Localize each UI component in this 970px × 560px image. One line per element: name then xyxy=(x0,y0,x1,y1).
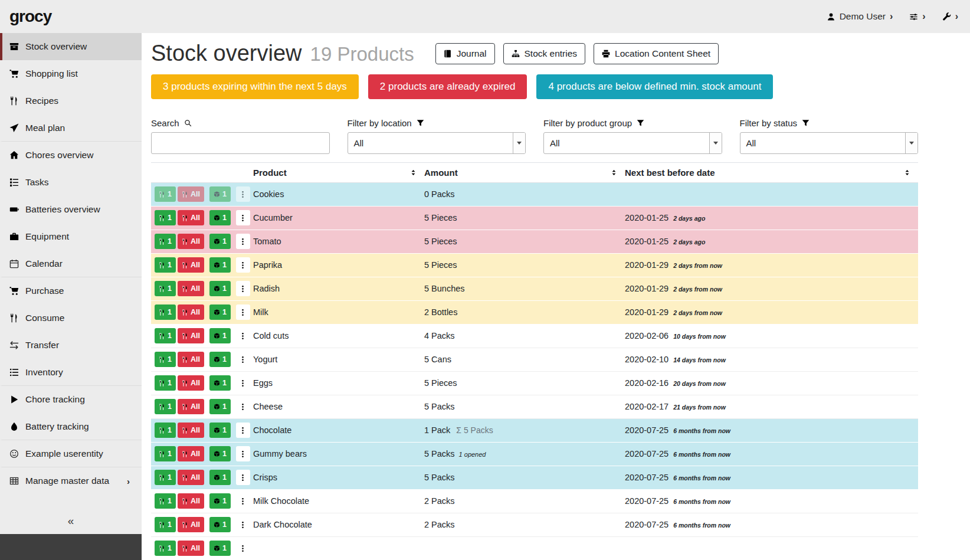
sidebar-item-recipes[interactable]: Recipes xyxy=(0,87,142,114)
consume-one-button[interactable]: 1 xyxy=(155,352,176,367)
journal-button[interactable]: Journal xyxy=(435,43,495,64)
open-one-button[interactable]: 1 xyxy=(209,541,231,556)
consume-all-button[interactable]: All xyxy=(178,328,204,343)
open-one-button[interactable]: 1 xyxy=(209,352,231,367)
row-menu-button[interactable] xyxy=(236,352,250,367)
open-one-button[interactable]: 1 xyxy=(209,446,231,461)
consume-one-button[interactable]: 1 xyxy=(155,517,176,532)
row-menu-button[interactable] xyxy=(236,210,250,225)
open-one-button[interactable]: 1 xyxy=(209,281,231,296)
open-one-button[interactable]: 1 xyxy=(209,234,231,249)
consume-one-button[interactable]: 1 xyxy=(155,399,176,414)
row-menu-button[interactable] xyxy=(236,517,250,532)
sidebar-item-chores-overview[interactable]: Chores overview xyxy=(0,142,142,169)
row-menu-button[interactable] xyxy=(236,399,250,414)
consume-one-button[interactable]: 1 xyxy=(155,304,176,320)
consume-all-button[interactable]: All xyxy=(178,257,204,273)
open-one-button[interactable]: 1 xyxy=(209,257,231,273)
consume-one-button[interactable]: 1 xyxy=(155,541,176,556)
row-menu-button[interactable] xyxy=(236,541,250,556)
consume-one-button[interactable]: 1 xyxy=(155,210,176,225)
consume-all-button[interactable]: All xyxy=(178,423,204,438)
banner-expired[interactable]: 2 products are already expired xyxy=(368,74,527,99)
row-menu-button[interactable] xyxy=(236,304,250,320)
sidebar-item-transfer[interactable]: Transfer xyxy=(0,332,142,359)
settings-menu-button[interactable]: › xyxy=(909,11,925,22)
open-one-button[interactable]: 1 xyxy=(209,470,231,485)
sidebar-item-stock-overview[interactable]: Stock overview xyxy=(0,33,142,60)
consume-one-button[interactable]: 1 xyxy=(155,423,176,438)
open-one-button[interactable]: 1 xyxy=(209,493,231,509)
amount-column-header[interactable]: Amount xyxy=(424,163,625,182)
row-menu-button[interactable] xyxy=(236,470,250,485)
consume-all-button[interactable]: All xyxy=(178,234,204,249)
open-one-button[interactable]: 1 xyxy=(209,375,231,391)
sidebar-item-consume[interactable]: Consume xyxy=(0,304,142,332)
sidebar-item-batteries-overview[interactable]: Batteries overview xyxy=(0,196,142,223)
consume-one-button[interactable]: 1 xyxy=(155,186,176,202)
consume-all-button[interactable]: All xyxy=(178,446,204,461)
sidebar-item-tasks[interactable]: Tasks xyxy=(0,169,142,196)
product-group-filter-select[interactable]: All xyxy=(543,132,722,154)
stock-entries-button[interactable]: Stock entries xyxy=(503,43,586,64)
consume-all-button[interactable]: All xyxy=(178,541,204,556)
banner-below-min-stock[interactable]: 4 products are below defined min. stock … xyxy=(536,74,773,99)
row-menu-button[interactable] xyxy=(236,375,250,391)
product-column-header[interactable]: Product xyxy=(253,163,424,182)
sidebar-item-manage-master-data[interactable]: Manage master data› xyxy=(0,467,142,494)
consume-all-button[interactable]: All xyxy=(178,399,204,414)
consume-one-button[interactable]: 1 xyxy=(155,493,176,509)
sidebar-item-equipment[interactable]: Equipment xyxy=(0,223,142,250)
sidebar-item-shopping-list[interactable]: Shopping list xyxy=(0,60,142,87)
sidebar-item-battery-tracking[interactable]: Battery tracking xyxy=(0,413,142,440)
search-input[interactable] xyxy=(151,132,330,154)
open-one-button[interactable]: 1 xyxy=(209,328,231,343)
admin-menu-button[interactable]: › xyxy=(942,11,958,22)
open-one-button[interactable]: 1 xyxy=(209,517,231,532)
location-filter-select[interactable]: All xyxy=(348,132,526,154)
consume-one-button[interactable]: 1 xyxy=(155,470,176,485)
open-one-button[interactable]: 1 xyxy=(209,423,231,438)
consume-all-button[interactable]: All xyxy=(178,493,204,509)
open-one-button[interactable]: 1 xyxy=(209,399,231,414)
sidebar-item-inventory[interactable]: Inventory xyxy=(0,359,142,386)
user-menu-button[interactable]: Demo User › xyxy=(827,11,893,22)
grocy-logo[interactable]: grocy xyxy=(9,7,51,26)
consume-all-button[interactable]: All xyxy=(178,352,204,367)
location-content-sheet-button[interactable]: Location Content Sheet xyxy=(594,43,719,64)
row-menu-button[interactable] xyxy=(236,493,250,509)
banner-expiring-soon[interactable]: 3 products expiring within the next 5 da… xyxy=(151,74,359,99)
consume-all-button[interactable]: All xyxy=(178,375,204,391)
date-column-header[interactable]: Next best before date xyxy=(625,163,918,182)
consume-one-button[interactable]: 1 xyxy=(155,234,176,249)
row-menu-button[interactable] xyxy=(236,423,250,438)
sidebar-item-chore-tracking[interactable]: Chore tracking xyxy=(0,386,142,413)
consume-one-button[interactable]: 1 xyxy=(155,328,176,343)
consume-one-button[interactable]: 1 xyxy=(155,281,176,296)
sidebar-item-meal-plan[interactable]: Meal plan xyxy=(0,114,142,142)
sidebar-item-example-userentity[interactable]: Example userentity xyxy=(0,440,142,467)
consume-all-button[interactable]: All xyxy=(178,210,204,225)
open-one-button[interactable]: 1 xyxy=(209,304,231,320)
sidebar-item-calendar[interactable]: Calendar xyxy=(0,250,142,277)
button-label: 1 xyxy=(222,520,227,529)
row-menu-button[interactable] xyxy=(236,446,250,461)
row-menu-button[interactable] xyxy=(236,257,250,273)
open-one-button[interactable]: 1 xyxy=(209,210,231,225)
consume-all-button[interactable]: All xyxy=(178,186,204,202)
consume-one-button[interactable]: 1 xyxy=(155,375,176,391)
consume-all-button[interactable]: All xyxy=(178,304,204,320)
row-menu-button[interactable] xyxy=(236,234,250,249)
row-menu-button[interactable] xyxy=(236,328,250,343)
open-one-button[interactable]: 1 xyxy=(209,186,231,202)
row-menu-button[interactable] xyxy=(236,281,250,296)
sidebar-collapse-button[interactable]: « xyxy=(0,508,142,534)
consume-one-button[interactable]: 1 xyxy=(155,257,176,273)
sidebar-item-purchase[interactable]: Purchase xyxy=(0,277,142,304)
consume-all-button[interactable]: All xyxy=(178,470,204,485)
row-menu-button[interactable] xyxy=(236,186,250,202)
consume-all-button[interactable]: All xyxy=(178,281,204,296)
status-filter-select[interactable]: All xyxy=(740,132,919,154)
consume-one-button[interactable]: 1 xyxy=(155,446,176,461)
consume-all-button[interactable]: All xyxy=(178,517,204,532)
